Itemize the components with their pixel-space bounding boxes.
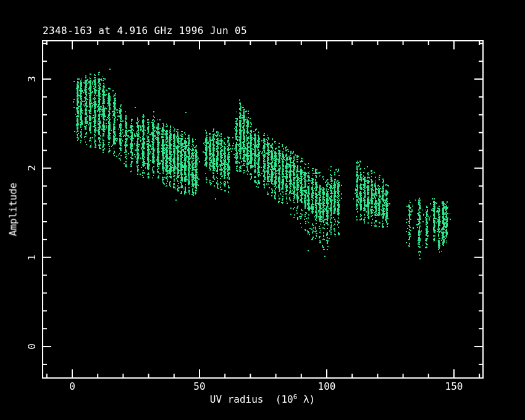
x-axis-label-text: UV radius (10 (210, 393, 293, 405)
x-tick-label-50: 50 (193, 380, 205, 392)
y-tick-label-2: 2 (26, 166, 38, 172)
y-tick-label-1: 1 (26, 254, 38, 261)
y-axis-label: Amplitude (7, 183, 19, 237)
x-axis-label: UV radius (106 λ) (210, 393, 315, 405)
x-axis-label-unit: λ) (297, 393, 315, 405)
y-tick-label-0: 0 (26, 343, 38, 350)
plot-title: 2348-163 at 4.916 GHz 1996 Jun 05 (43, 25, 247, 36)
y-tick-label-3: 3 (26, 76, 38, 82)
x-tick-label-0: 0 (69, 380, 75, 392)
uv-amplitude-plot-canvas (0, 0, 525, 420)
uv-plot-window: 2348-163 at 4.916 GHz 1996 Jun 05 Amplit… (0, 0, 525, 420)
x-tick-label-150: 150 (445, 380, 463, 392)
x-tick-label-100: 100 (318, 380, 336, 392)
